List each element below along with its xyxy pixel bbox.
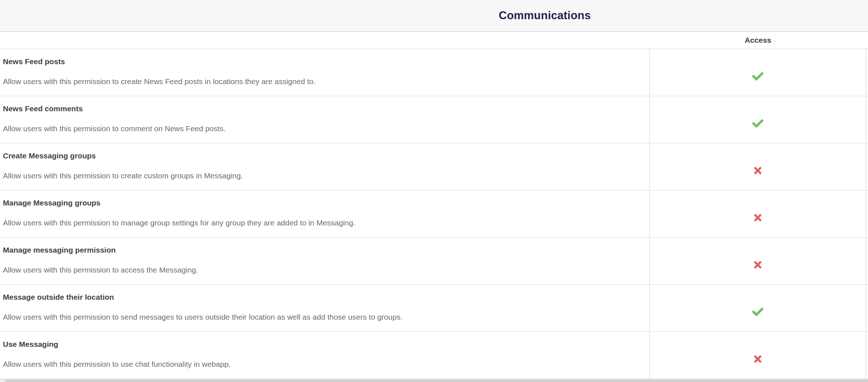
permission-name: Use Messaging (3, 340, 646, 349)
cross-icon[interactable] (753, 165, 763, 176)
permission-info-cell: Manage messaging permission Allow users … (0, 238, 650, 284)
permission-row: Manage Messaging groups Allow users with… (0, 191, 868, 238)
permission-row: Message outside their location Allow use… (0, 285, 868, 332)
permission-name: Manage Messaging groups (3, 198, 646, 208)
cross-icon[interactable] (753, 354, 763, 364)
access-column-header: Access (650, 36, 866, 45)
permission-row: News Feed comments Allow users with this… (0, 96, 868, 144)
access-cell (650, 332, 866, 378)
permission-row: News Feed posts Allow users with this pe… (0, 49, 868, 96)
permission-description: Allow users with this permission to comm… (3, 124, 646, 133)
permission-description: Allow users with this permission to acce… (3, 265, 646, 275)
permission-info-cell: News Feed comments Allow users with this… (0, 96, 650, 143)
table-header-row: Access (0, 32, 868, 49)
permission-name: Create Messaging groups (3, 151, 646, 161)
permission-description: Allow users with this permission to mana… (3, 218, 646, 228)
permission-description: Allow users with this permission to use … (3, 360, 646, 369)
permission-info-cell: News Feed posts Allow users with this pe… (0, 49, 650, 96)
scrollbar-thumb[interactable] (5, 379, 868, 382)
permission-description: Allow users with this permission to crea… (3, 77, 646, 86)
permission-description: Allow users with this permission to send… (3, 312, 646, 322)
permission-name: Message outside their location (3, 292, 646, 302)
permission-row: Manage messaging permission Allow users … (0, 238, 868, 285)
permissions-table: News Feed posts Allow users with this pe… (0, 49, 868, 379)
access-cell (650, 238, 866, 284)
cross-icon[interactable] (753, 259, 763, 270)
permission-name: News Feed comments (3, 104, 646, 113)
permission-info-cell: Create Messaging groups Allow users with… (0, 144, 650, 190)
check-icon[interactable] (752, 71, 763, 82)
permission-info-cell: Message outside their location Allow use… (0, 285, 650, 331)
horizontal-scrollbar[interactable] (0, 379, 868, 382)
permission-row: Create Messaging groups Allow users with… (0, 144, 868, 191)
permission-info-cell: Use Messaging Allow users with this perm… (0, 332, 650, 378)
permission-row: Use Messaging Allow users with this perm… (0, 332, 868, 379)
permission-info-cell: Manage Messaging groups Allow users with… (0, 191, 650, 237)
permission-description: Allow users with this permission to crea… (3, 171, 646, 180)
access-cell (650, 49, 866, 96)
permission-name: Manage messaging permission (3, 245, 646, 255)
permissions-page: Communications Access News Feed posts Al… (0, 0, 868, 382)
access-cell (650, 285, 866, 331)
cross-icon[interactable] (753, 212, 763, 223)
access-cell (650, 144, 866, 190)
check-icon[interactable] (752, 306, 763, 317)
check-icon[interactable] (752, 118, 763, 129)
page-header: Communications (0, 0, 868, 32)
page-title: Communications (499, 9, 591, 22)
access-cell (650, 191, 866, 237)
permission-name: News Feed posts (3, 57, 646, 66)
access-cell (650, 96, 866, 143)
